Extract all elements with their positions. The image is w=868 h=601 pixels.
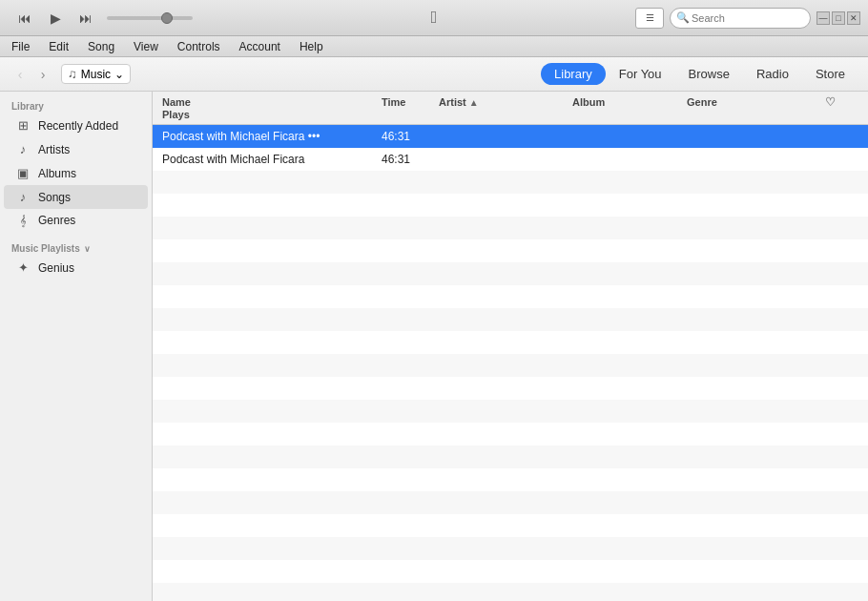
tab-browse[interactable]: Browse <box>675 63 743 85</box>
sidebar-item-label: Songs <box>38 191 71 204</box>
restore-button[interactable]: □ <box>832 11 845 25</box>
cell-time: 46:31 <box>382 153 439 166</box>
artist-sort-icon: ▲ <box>469 97 479 108</box>
sidebar-item-label: Recently Added <box>38 119 118 133</box>
sidebar-item-recently-added[interactable]: ⊞ Recently Added <box>4 114 148 137</box>
cell-name: Podcast with Michael Ficara <box>162 153 382 166</box>
forward-button[interactable]: › <box>32 64 53 85</box>
main-content: Library ⊞ Recently Added ♪ Artists ▣ Alb… <box>0 92 868 601</box>
empty-row <box>153 514 868 537</box>
tab-store[interactable]: Store <box>802 63 858 85</box>
empty-row <box>153 491 868 514</box>
empty-row <box>153 217 868 239</box>
tab-library[interactable]: Library <box>541 63 606 85</box>
empty-row <box>153 171 868 194</box>
menu-bar: File Edit Song View Controls Account Hel… <box>0 36 868 57</box>
sidebar-item-artists[interactable]: ♪ Artists <box>4 137 148 161</box>
music-selector-arrow: ⌄ <box>114 68 124 81</box>
genres-icon: 𝄞 <box>15 215 31 227</box>
back-button[interactable]: ‹ <box>10 64 31 85</box>
music-selector[interactable]: ♫ Music ⌄ <box>61 64 131 84</box>
sidebar-item-label: Genius <box>38 261 74 275</box>
menu-help[interactable]: Help <box>296 40 327 53</box>
table-header: Name Time Artist ▲ Album Genre ♡ Plays <box>153 92 868 125</box>
nav-bar: ‹ › ♫ Music ⌄ Library For You Browse Rad… <box>0 57 868 92</box>
table-body: Podcast with Michael Ficara ••• 46:31 Po… <box>153 125 868 601</box>
albums-icon: ▣ <box>15 166 31 180</box>
menu-account[interactable]: Account <box>236 40 284 53</box>
sidebar-item-songs[interactable]: ♪ Songs <box>4 185 148 209</box>
sidebar-item-genres[interactable]: 𝄞 Genres <box>4 209 148 232</box>
tab-radio[interactable]: Radio <box>743 63 802 85</box>
cell-time: 46:31 <box>382 130 439 143</box>
close-button[interactable]: ✕ <box>847 11 860 25</box>
menu-edit[interactable]: Edit <box>45 40 72 53</box>
menu-button[interactable]: ☰ <box>635 8 664 29</box>
menu-song[interactable]: Song <box>84 40 118 53</box>
menu-view[interactable]: View <box>130 40 162 53</box>
col-header-plays: Plays <box>162 109 382 120</box>
music-note-icon: ♫ <box>68 67 77 81</box>
play-button[interactable]: ▶ <box>42 8 69 29</box>
artist-label: Artist <box>439 96 466 108</box>
music-selector-label: Music <box>81 68 111 81</box>
col-header-heart: ♡ <box>801 95 858 109</box>
empty-row <box>153 400 868 423</box>
col-header-time: Time <box>382 96 439 108</box>
sidebar-divider <box>0 232 152 239</box>
cell-name: Podcast with Michael Ficara ••• <box>162 130 382 143</box>
title-bar-right: ☰ 🔍 — □ ✕ <box>635 8 860 29</box>
empty-row <box>153 423 868 446</box>
sidebar-item-genius[interactable]: ✦ Genius <box>4 256 148 280</box>
empty-row <box>153 285 868 308</box>
col-header-album: Album <box>572 96 687 108</box>
empty-row <box>153 377 868 400</box>
minimize-button[interactable]: — <box>816 11 830 25</box>
empty-row <box>153 468 868 491</box>
empty-row <box>153 537 868 560</box>
recently-added-icon: ⊞ <box>15 118 31 133</box>
nav-arrows: ‹ › <box>10 64 53 85</box>
playlists-arrow-icon: ∨ <box>84 244 91 254</box>
empty-row <box>153 239 868 262</box>
songs-icon: ♪ <box>15 190 31 204</box>
tab-for-you[interactable]: For You <box>606 63 675 85</box>
next-button[interactable]: ⏭ <box>72 8 99 29</box>
col-header-genre: Genre <box>687 96 801 108</box>
nav-tabs: Library For You Browse Radio Store <box>541 63 858 85</box>
empty-row <box>153 308 868 331</box>
sidebar-item-albums[interactable]: ▣ Albums <box>4 161 148 185</box>
genius-icon: ✦ <box>15 260 31 275</box>
window-controls: — □ ✕ <box>816 11 860 25</box>
empty-row <box>153 354 868 377</box>
col-header-artist[interactable]: Artist ▲ <box>439 96 553 108</box>
table-row[interactable]: Podcast with Michael Ficara ••• 46:31 <box>153 125 868 148</box>
table-row[interactable]: Podcast with Michael Ficara 46:31 <box>153 148 868 171</box>
sidebar-item-label: Artists <box>38 143 70 156</box>
playlists-label: Music Playlists <box>11 243 80 254</box>
library-section-label: Library <box>0 97 152 114</box>
col-header-name: Name <box>162 96 382 108</box>
progress-thumb <box>161 12 173 24</box>
apple-logo-icon:  <box>431 8 438 28</box>
progress-bar[interactable] <box>107 16 193 20</box>
empty-row <box>153 262 868 285</box>
empty-row <box>153 331 868 354</box>
artists-icon: ♪ <box>15 142 31 156</box>
empty-row <box>153 560 868 583</box>
title-bar: ⏮ ▶ ⏭  ☰ 🔍 — □ ✕ <box>0 0 868 36</box>
menu-file[interactable]: File <box>8 40 33 53</box>
empty-row <box>153 446 868 468</box>
empty-row <box>153 583 868 601</box>
prev-button[interactable]: ⏮ <box>11 8 38 29</box>
search-input[interactable] <box>670 8 811 29</box>
sidebar-item-label: Genres <box>38 214 75 227</box>
content-area: Name Time Artist ▲ Album Genre ♡ Plays P… <box>153 92 868 601</box>
sidebar: Library ⊞ Recently Added ♪ Artists ▣ Alb… <box>0 92 153 601</box>
search-wrapper: 🔍 <box>670 8 811 29</box>
transport-controls: ⏮ ▶ ⏭ <box>11 8 99 29</box>
menu-controls[interactable]: Controls <box>174 40 224 53</box>
sidebar-item-label: Albums <box>38 167 76 180</box>
progress-track <box>107 16 193 20</box>
playlists-section-label[interactable]: Music Playlists ∨ <box>0 239 152 256</box>
